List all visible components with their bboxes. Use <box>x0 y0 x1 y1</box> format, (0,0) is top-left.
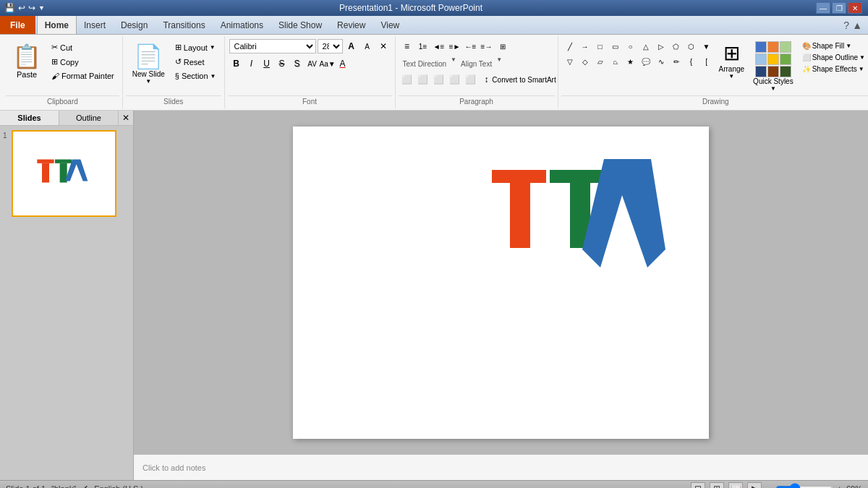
slideshow-icon[interactable]: ▶ <box>747 482 762 489</box>
sidebar-close-button[interactable]: ✕ <box>119 111 132 124</box>
arrange-button[interactable]: ⊞ Arrange ▼ <box>715 39 749 82</box>
shadow-button[interactable]: S <box>290 56 305 71</box>
inc-indent-button[interactable]: ≡► <box>448 39 462 53</box>
shape-triangle-down[interactable]: ▽ <box>563 54 577 69</box>
minimize-button[interactable]: — <box>816 2 830 14</box>
shape-line[interactable]: ╱ <box>563 39 577 53</box>
clear-format-button[interactable]: ✕ <box>376 39 391 53</box>
zoom-in-icon[interactable]: + <box>838 484 842 489</box>
tab-animations[interactable]: Animations <box>213 16 271 34</box>
zoom-slider[interactable] <box>775 486 833 489</box>
shape-callout[interactable]: 💬 <box>639 54 653 69</box>
shrink-font-button[interactable]: A <box>360 39 375 53</box>
close-button[interactable]: ✕ <box>848 2 862 14</box>
align-center-button[interactable]: ⬜ <box>416 72 430 87</box>
sidebar-tab-outline[interactable]: Outline <box>59 111 119 125</box>
tab-transitions[interactable]: Transitions <box>156 16 213 34</box>
quick-styles-button[interactable]: Quick Styles ▼ <box>749 39 797 94</box>
save-icon[interactable]: 💾 <box>4 3 15 13</box>
shape-hexagon[interactable]: ⬡ <box>684 39 699 53</box>
tab-review[interactable]: Review <box>330 16 373 34</box>
section-button[interactable]: § Section ▼ <box>171 69 220 82</box>
undo-icon[interactable]: ↩ <box>18 3 25 13</box>
paste-button[interactable]: 📋 Paste <box>7 39 46 82</box>
tab-file[interactable]: File <box>0 16 35 34</box>
notes-area[interactable]: Click to add notes <box>134 454 868 480</box>
copy-button[interactable]: ⊞ Copy <box>48 55 118 69</box>
columns-button[interactable]: ⬜ <box>464 72 478 87</box>
slide-thumbnail[interactable] <box>12 130 116 217</box>
shape-rect[interactable]: □ <box>593 39 608 53</box>
format-painter-button[interactable]: 🖌 Format Painter <box>48 69 118 82</box>
shape-oval[interactable]: ○ <box>624 39 638 53</box>
change-case-button[interactable]: Aa▼ <box>320 56 335 71</box>
smartart-button[interactable]: Convert to SmartArt <box>495 72 553 87</box>
slide-sorter-icon[interactable]: ⊞ <box>710 482 724 489</box>
redo-icon[interactable]: ↪ <box>28 3 35 13</box>
shape-triangle-right[interactable]: ▷ <box>654 39 668 53</box>
zoom-out-icon[interactable]: − <box>766 484 770 489</box>
font-color-button[interactable]: A <box>336 56 350 71</box>
shape-freeform[interactable]: ✏ <box>669 54 684 69</box>
cut-button[interactable]: ✂ Cut <box>48 40 118 54</box>
shape-diamond[interactable]: ◇ <box>578 54 592 69</box>
align-left-button[interactable]: ⬜ <box>400 72 414 87</box>
shape-fill-button[interactable]: 🎨 Shape Fill ▼ <box>799 40 868 51</box>
font-family-select[interactable]: Calibri <box>229 39 316 53</box>
col-count-button[interactable]: ⊞ <box>495 39 510 53</box>
qs-item-5 <box>767 53 779 65</box>
char-spacing-button[interactable]: AV <box>305 56 320 71</box>
slide-info: Slide 1 of 1 <box>6 484 46 489</box>
help-icon[interactable]: ? <box>843 20 849 31</box>
reset-button[interactable]: ↺ Reset <box>171 55 220 69</box>
align-right-button[interactable]: ⬜ <box>432 72 446 87</box>
shape-star[interactable]: ★ <box>624 54 638 69</box>
align-text-button[interactable]: Align Text <box>458 56 495 71</box>
shape-outline-button[interactable]: ⬜ Shape Outline ▼ <box>799 52 868 63</box>
shape-more[interactable]: ▼ <box>699 39 714 53</box>
shape-triangle-up[interactable]: △ <box>639 39 653 53</box>
shape-trapezoid[interactable]: ⏢ <box>608 54 623 69</box>
shape-parallelogram[interactable]: ▱ <box>593 54 608 69</box>
shape-pentagon[interactable]: ⬠ <box>669 39 684 53</box>
slide-number: 1 <box>3 132 7 140</box>
strikethrough-button[interactable]: S <box>275 56 289 71</box>
italic-button[interactable]: I <box>244 56 259 71</box>
shape-curve[interactable]: ∿ <box>654 54 668 69</box>
shape-rounded-rect[interactable]: ▭ <box>608 39 623 53</box>
shape-arrow[interactable]: → <box>578 39 592 53</box>
dec-indent-button[interactable]: ◄≡ <box>432 39 446 53</box>
thumbnail-logo <box>35 154 93 194</box>
more-icon[interactable]: ▼ <box>38 4 45 12</box>
minimize-ribbon-icon[interactable]: ▲ <box>852 20 862 31</box>
underline-button[interactable]: U <box>260 56 274 71</box>
normal-view-icon[interactable]: ⊟ <box>691 482 705 489</box>
language-indicator[interactable]: English (U.S.) <box>94 484 143 489</box>
restore-button[interactable]: ❐ <box>832 2 846 14</box>
text-direction-button[interactable]: Text Direction <box>400 56 450 71</box>
new-slide-button[interactable]: 📄 New Slide ▼ <box>127 39 170 88</box>
tab-design[interactable]: Design <box>114 16 156 34</box>
numbering-button[interactable]: 1≡ <box>416 39 430 53</box>
font-format-row: B I U S S AV Aa▼ A <box>229 56 350 71</box>
layout-button[interactable]: ⊞ Layout ▼ <box>171 40 220 54</box>
tab-home[interactable]: Home <box>37 16 77 34</box>
font-size-select[interactable]: 28 <box>318 39 343 53</box>
window-title: Presentation1 - Microsoft PowerPoint <box>6 3 816 13</box>
ltr-button[interactable]: ≡→ <box>480 39 494 53</box>
grow-font-button[interactable]: A <box>344 39 359 53</box>
sidebar-tab-slides[interactable]: Slides <box>0 111 59 125</box>
shape-brace[interactable]: { <box>684 54 699 69</box>
tab-view[interactable]: View <box>373 16 407 34</box>
tab-slideshow[interactable]: Slide Show <box>271 16 330 34</box>
shape-bracket[interactable]: [ <box>699 54 714 69</box>
bold-button[interactable]: B <box>229 56 244 71</box>
zoom-level: 69% <box>846 484 862 489</box>
tab-insert[interactable]: Insert <box>77 16 114 34</box>
reading-view-icon[interactable]: 📖 <box>728 482 743 489</box>
shape-effects-button[interactable]: ✨ Shape Effects ▼ <box>799 64 868 74</box>
justify-button[interactable]: ⬜ <box>448 72 462 87</box>
slide-canvas[interactable] <box>293 127 709 439</box>
rtl-button[interactable]: ←≡ <box>464 39 478 53</box>
bullets-button[interactable]: ≡ <box>400 39 414 53</box>
